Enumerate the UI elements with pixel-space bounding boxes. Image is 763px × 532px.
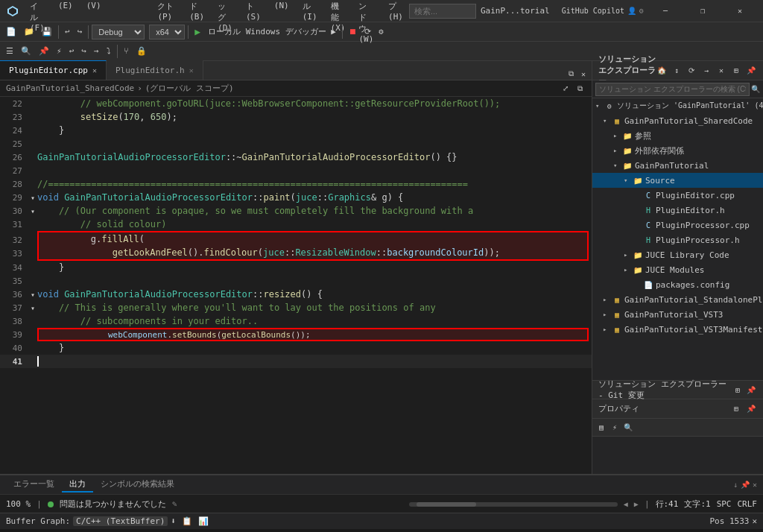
packages-config-label: packages.config [656, 280, 729, 290]
toolbar2-icon7[interactable]: → [91, 45, 102, 57]
search-input[interactable] [409, 4, 476, 19]
se-icon-dock[interactable]: ⊞ [730, 65, 742, 77]
plugin-editor-h-label: PluginEditor.h [656, 206, 725, 215]
toolbar2-icon1[interactable]: ☰ [3, 45, 16, 57]
tree-plugin-processor-cpp[interactable]: C PluginProcessor.cpp [592, 218, 763, 232]
output-close[interactable]: ✕ [753, 481, 757, 489]
menu-edit[interactable]: 編集(E) [52, 0, 79, 45]
props-icon-dock[interactable]: ⊞ [730, 403, 742, 415]
tree-packages-config[interactable]: 📄 packages.config [592, 277, 763, 292]
editor-tabs: PluginEditor.cpp ✕ PluginEditor.h ✕ ⧉ ✕ [0, 61, 592, 80]
toolbar2-icon3[interactable]: 📌 [36, 45, 52, 57]
tree-solution[interactable]: ▾ ⚙ ソリューション 'GainPanTutorial' (4/4 のプロジェ… [592, 98, 763, 113]
toolbar2-icon9[interactable]: 🔒 [133, 45, 150, 57]
tree-source-folder[interactable]: ▾ 📁 Source [592, 173, 763, 188]
horizontal-scrollbar[interactable] [409, 502, 618, 507]
buffer-icon1[interactable]: ⬇ [168, 515, 179, 528]
prop-icon-2[interactable]: ⚡ [609, 422, 621, 434]
props-icon-pin[interactable]: 📌 [745, 403, 757, 415]
minimize-button[interactable]: ─ [648, 0, 683, 22]
run-label[interactable]: ローカル Windows デバッガー ▶ [205, 25, 339, 39]
breadcrumb-icon1[interactable]: ⤢ [560, 83, 572, 95]
code-line-41: 41 [0, 355, 592, 368]
stop-icon[interactable]: ⏹ [346, 25, 360, 38]
new-file-icon[interactable]: 📄 [3, 25, 19, 38]
code-line-29: 29 ▾ void GainPanTutorialAudioProcessorE… [0, 191, 592, 204]
breadcrumb-icon2[interactable]: ⧉ [574, 83, 586, 95]
plugin-processor-h-label: PluginProcessor.h [656, 235, 740, 245]
scroll-left[interactable]: ◀ [624, 500, 628, 508]
toolbar2-icon6[interactable]: ↪ [78, 45, 89, 57]
tree-standalone[interactable]: ▸ ▦ GainPanTutorial_StandalonePlugin [592, 292, 763, 307]
tab-symbol-search[interactable]: シンボルの検索結果 [93, 477, 182, 493]
tab-close-inactive[interactable]: ✕ [189, 66, 194, 75]
git-icon-2[interactable]: 📌 [745, 384, 757, 396]
undo-icon[interactable]: ↩ [62, 25, 73, 38]
open-file-icon[interactable]: 📁 [21, 25, 37, 38]
tree-references[interactable]: ▸ 📁 参照 [592, 128, 763, 143]
eol-info: CRLF [738, 499, 758, 509]
platform-dropdown[interactable]: x64 x86 [149, 25, 185, 39]
toolbar2-icon8[interactable]: ⤵ [104, 45, 114, 57]
tree-plugin-editor-h[interactable]: H PluginEditor.h [592, 203, 763, 218]
bottom-area: エラー一覧 出力 シンボルの検索結果 ↓ 📌 ✕ 100 % | 問題は見つかり… [0, 474, 763, 513]
title-bar: ファイル(F) 編集(E) 表示(V) Git(G) プロジェクト(P) ビルド… [0, 0, 763, 22]
tree-plugin-processor-h[interactable]: H PluginProcessor.h [592, 232, 763, 247]
se-icon-1[interactable]: 🏠 [656, 65, 668, 77]
menu-window[interactable]: ウィンドウ(W) [352, 0, 381, 45]
se-search-input[interactable] [595, 83, 750, 96]
code-editor[interactable]: 22 // webComponent.goToURL(juce::WebBrow… [0, 97, 592, 474]
tree-juce-library[interactable]: ▸ 📁 JUCE Library Code [592, 247, 763, 262]
tab-plugin-editor-h[interactable]: PluginEditor.h ✕ [107, 60, 203, 80]
tab-plugin-editor-cpp[interactable]: PluginEditor.cpp ✕ [0, 60, 107, 80]
tree-external-deps[interactable]: ▸ 📁 外部依存関係 [592, 143, 763, 158]
redo-icon[interactable]: ↪ [75, 25, 86, 38]
restart-icon[interactable]: ⟳ [361, 25, 374, 38]
tree-plugin-editor-cpp[interactable]: C PluginEditor.cpp [592, 188, 763, 203]
scroll-right[interactable]: ▶ [634, 500, 639, 508]
copilot-settings-icon[interactable]: ⚙ [639, 7, 644, 15]
tab-close-active[interactable]: ✕ [92, 66, 97, 75]
close-all-tabs-icon[interactable]: ✕ [578, 69, 589, 80]
code-status-bar: 100 % | 問題は見つかりませんでした ✎ ◀ ▶ | 行:41 文字:1 … [0, 494, 763, 513]
buffer-close-icon[interactable]: ✕ [752, 516, 757, 526]
tree-juce-modules[interactable]: ▸ 📁 JUCE Modules [592, 262, 763, 277]
menu-file[interactable]: ファイル(F) [24, 0, 51, 45]
tree-vst3-manifest[interactable]: ▸ ▦ GainPanTutorial_VST3ManifestHelper [592, 322, 763, 337]
menu-help[interactable]: ヘルプ(H) [382, 0, 409, 45]
tree-vst3[interactable]: ▸ ▦ GainPanTutorial_VST3 [592, 307, 763, 322]
tab-errors[interactable]: エラー一覧 [6, 477, 62, 493]
code-line-36: 36 ▾ void GainPanTutorialAudioProcessorE… [0, 288, 592, 301]
tree-project-shared[interactable]: ▾ ▦ GainPanTutorial_SharedCode [592, 113, 763, 128]
settings-icon[interactable]: ⚙ [376, 25, 387, 38]
git-icon-1[interactable]: ⊞ [732, 384, 744, 396]
tab-label-active: PluginEditor.cpp [9, 66, 88, 75]
se-icon-5[interactable]: ✕ [715, 65, 727, 77]
toolbar2-icon5[interactable]: ↩ [66, 45, 77, 57]
close-button[interactable]: ✕ [723, 0, 757, 22]
toolbar2-icon4[interactable]: ⚡ [54, 45, 65, 57]
debug-config-dropdown[interactable]: Debug Release [92, 25, 145, 39]
output-icon-1[interactable]: ↓ [733, 481, 738, 489]
toolbar2-icon2[interactable]: 🔍 [18, 45, 34, 57]
project-icon-shared: ▦ [612, 115, 622, 126]
restore-button[interactable]: ❒ [686, 0, 720, 22]
prop-icon-3[interactable]: 🔍 [622, 422, 634, 434]
code-line-30: 30 ▾ // (Our component is opaque, so we … [0, 204, 592, 218]
vst3-icon: ▦ [612, 309, 622, 320]
save-icon[interactable]: 💾 [39, 25, 55, 38]
buffer-icon2[interactable]: 📋 [179, 515, 195, 528]
output-icon-2[interactable]: 📌 [741, 481, 750, 489]
prop-icon-1[interactable]: ▤ [595, 422, 607, 434]
copilot-icon[interactable]: 👤 [627, 7, 636, 15]
toolbar2-git[interactable]: ⑂ [121, 45, 132, 57]
tab-output[interactable]: 出力 [62, 477, 93, 493]
se-icon-4[interactable]: → [700, 65, 712, 77]
split-editor-icon[interactable]: ⧉ [566, 68, 577, 80]
tree-gainpantutorial-folder[interactable]: ▾ 📁 GainPanTutorial [592, 158, 763, 173]
buffer-icon3[interactable]: 📊 [195, 515, 212, 528]
se-icon-3[interactable]: ⟳ [686, 65, 697, 77]
se-icon-pin[interactable]: 📌 [745, 65, 757, 77]
run-button[interactable]: ▶ [191, 25, 203, 39]
se-icon-2[interactable]: ↕ [671, 65, 683, 77]
